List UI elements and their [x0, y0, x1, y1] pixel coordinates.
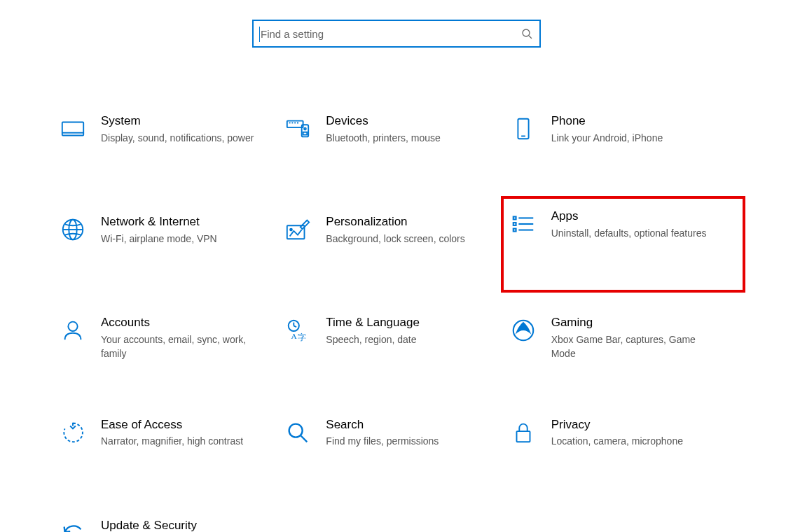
personalization-icon — [284, 216, 312, 244]
svg-rect-4 — [287, 121, 303, 128]
tile-personalization[interactable]: Personalization Background, lock screen,… — [284, 209, 509, 265]
tile-title: System — [101, 113, 268, 130]
tile-text: Search Find my files, permissions — [326, 417, 500, 449]
tile-title: Search — [326, 417, 493, 433]
tile-text: Ease of Access Narrator, magnifier, high… — [101, 417, 275, 449]
gaming-icon — [509, 316, 537, 344]
search-row — [0, 20, 793, 48]
tile-title: Ease of Access — [101, 417, 268, 433]
svg-rect-21 — [513, 223, 516, 225]
svg-text:A: A — [291, 332, 298, 340]
search-box[interactable] — [252, 20, 541, 48]
svg-text:字: 字 — [298, 332, 306, 342]
tile-ease-of-access[interactable]: Ease of Access Narrator, magnifier, high… — [59, 412, 284, 468]
tile-title: Phone — [551, 113, 719, 130]
lock-icon — [509, 419, 537, 447]
tile-title: Devices — [326, 113, 493, 130]
tile-desc: Bluetooth, printers, mouse — [326, 131, 493, 145]
tile-text: Phone Link your Android, iPhone — [551, 113, 726, 145]
phone-icon — [509, 115, 537, 143]
settings-grid: System Display, sound, notifications, po… — [11, 108, 782, 532]
accounts-icon — [59, 316, 87, 344]
svg-line-28 — [294, 326, 297, 327]
tile-title: Personalization — [326, 214, 493, 230]
search-input[interactable] — [259, 28, 521, 40]
time-language-icon: A 字 — [284, 316, 312, 344]
tile-title: Privacy — [551, 417, 719, 433]
svg-point-18 — [290, 229, 292, 231]
tile-desc: Background, lock screen, colors — [326, 232, 493, 246]
svg-rect-11 — [303, 132, 308, 135]
svg-point-26 — [289, 321, 299, 331]
tile-desc: Uninstall, defaults, optional features — [551, 226, 727, 240]
tile-update-security[interactable]: Update & Security Windows Update, recove… — [59, 512, 284, 532]
tile-text: Accounts Your accounts, email, sync, wor… — [101, 315, 275, 361]
tile-text: Network & Internet Wi-Fi, airplane mode,… — [101, 214, 275, 246]
svg-point-0 — [523, 29, 530, 36]
tile-title: Time & Language — [326, 315, 493, 331]
tile-devices[interactable]: Devices Bluetooth, printers, mouse — [284, 108, 509, 164]
ease-of-access-icon — [59, 419, 87, 447]
tile-desc: Xbox Game Bar, captures, Game Mode — [551, 332, 719, 361]
tile-title: Apps — [551, 209, 727, 225]
tile-text: Devices Bluetooth, printers, mouse — [326, 113, 500, 145]
tile-title: Accounts — [101, 315, 268, 331]
tile-privacy[interactable]: Privacy Location, camera, microphone — [509, 412, 734, 468]
tile-accounts[interactable]: Accounts Your accounts, email, sync, wor… — [59, 309, 284, 367]
svg-rect-23 — [513, 229, 516, 232]
tile-time-language[interactable]: A 字 Time & Language Speech, region, date — [284, 309, 509, 367]
svg-point-25 — [68, 322, 77, 331]
devices-icon — [284, 115, 312, 143]
tile-text: Update & Security Windows Update, recove… — [101, 518, 275, 532]
text-cursor — [259, 27, 260, 42]
tile-text: System Display, sound, notifications, po… — [101, 113, 275, 145]
tile-title: Update & Security — [101, 518, 268, 532]
tile-title: Network & Internet — [101, 214, 268, 230]
tile-desc: Link your Android, iPhone — [551, 131, 719, 145]
tile-search[interactable]: Search Find my files, permissions — [284, 412, 509, 468]
svg-rect-34 — [516, 431, 530, 442]
tile-desc: Location, camera, microphone — [551, 434, 719, 448]
tile-system[interactable]: System Display, sound, notifications, po… — [59, 108, 284, 164]
search-tile-icon — [284, 419, 312, 447]
tile-text: Time & Language Speech, region, date — [326, 315, 500, 346]
update-icon — [59, 519, 87, 532]
svg-rect-19 — [513, 217, 516, 220]
tile-desc: Your accounts, email, sync, work, family — [101, 332, 268, 361]
tile-network[interactable]: Network & Internet Wi-Fi, airplane mode,… — [59, 209, 284, 265]
tile-desc: Display, sound, notifications, power — [101, 131, 268, 145]
tile-desc: Narrator, magnifier, high contrast — [101, 434, 268, 448]
tile-phone[interactable]: Phone Link your Android, iPhone — [509, 108, 734, 164]
system-icon — [59, 115, 87, 143]
tile-desc: Find my files, permissions — [326, 434, 493, 448]
svg-line-33 — [301, 435, 308, 442]
tile-title: Gaming — [551, 315, 719, 331]
tile-text: Apps Uninstall, defaults, optional featu… — [551, 209, 734, 240]
globe-icon — [59, 216, 87, 244]
tile-desc: Wi-Fi, airplane mode, VPN — [101, 232, 268, 246]
svg-line-1 — [529, 36, 532, 38]
tile-text: Gaming Xbox Game Bar, captures, Game Mod… — [551, 315, 726, 361]
tile-text: Privacy Location, camera, microphone — [551, 417, 726, 449]
search-icon — [521, 28, 532, 39]
tile-apps[interactable]: Apps Uninstall, defaults, optional featu… — [501, 196, 745, 293]
apps-icon — [509, 210, 537, 238]
tile-text: Personalization Background, lock screen,… — [326, 214, 500, 246]
settings-home: System Display, sound, notifications, po… — [0, 0, 793, 532]
svg-point-10 — [304, 128, 306, 130]
tile-gaming[interactable]: Gaming Xbox Game Bar, captures, Game Mod… — [509, 309, 734, 367]
svg-point-32 — [289, 424, 303, 437]
tile-desc: Speech, region, date — [326, 332, 493, 346]
